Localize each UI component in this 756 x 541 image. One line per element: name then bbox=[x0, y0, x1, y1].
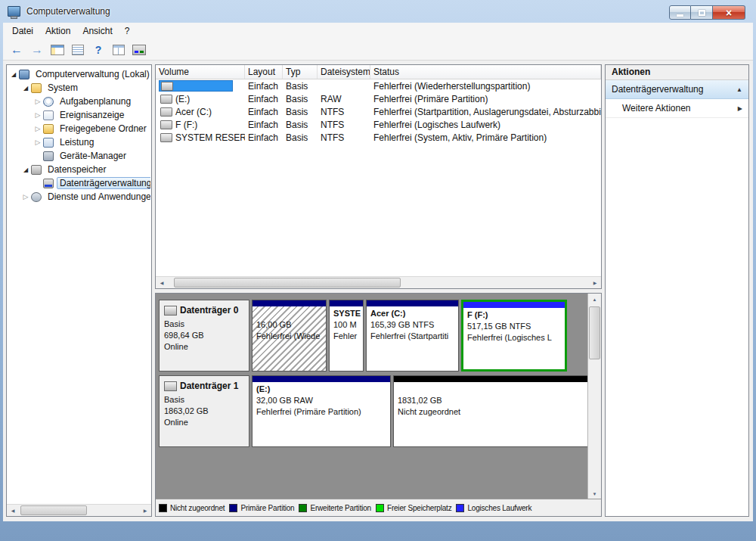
volume-horizontal-scrollbar[interactable]: ◀ ▶ bbox=[156, 276, 601, 288]
action-datentr-gerverwaltung[interactable]: Datenträgerverwaltung▲ bbox=[606, 80, 748, 99]
scroll-thumb[interactable] bbox=[20, 505, 87, 515]
tree-item-datenspeicher[interactable]: ◢Datenspeicher bbox=[8, 163, 150, 176]
scroll-down-icon[interactable]: ▼ bbox=[588, 488, 601, 499]
scroll-track[interactable] bbox=[19, 505, 139, 516]
tree-item-computerverwaltung-lokal[interactable]: ◢Computerverwaltung (Lokal) bbox=[8, 67, 150, 81]
tree-item-system[interactable]: ◢System bbox=[8, 81, 150, 95]
column-header-status[interactable]: Status bbox=[370, 65, 601, 79]
menu-item-item[interactable]: ? bbox=[119, 23, 136, 39]
menu-bar: DateiAktionAnsicht? bbox=[3, 23, 753, 40]
table-row[interactable]: EinfachBasisFehlerfrei (Wiederherstellun… bbox=[156, 79, 601, 92]
column-header-typ[interactable]: Typ bbox=[283, 65, 318, 79]
disk-info-datentr-ger-0[interactable]: Datenträger 0Basis698,64 GBOnline bbox=[159, 300, 249, 372]
toolbar-back-button[interactable]: ← bbox=[8, 42, 26, 58]
partition-title: (E:) bbox=[253, 382, 390, 395]
cell-volume: Acer (C:) bbox=[156, 106, 245, 117]
expand-icon[interactable]: ▷ bbox=[21, 193, 30, 201]
menu-item-ansicht[interactable]: Ansicht bbox=[76, 23, 118, 39]
legend-label: Nicht zugeordnet bbox=[170, 504, 225, 512]
menu-item-datei[interactable]: Datei bbox=[6, 23, 39, 39]
drive-icon bbox=[161, 82, 173, 91]
actions-header: Aktionen bbox=[606, 65, 748, 80]
minimize-button[interactable] bbox=[669, 5, 691, 20]
tree-item-label: Leistung bbox=[57, 135, 97, 149]
maximize-button[interactable] bbox=[691, 5, 713, 20]
column-header-dateisystem[interactable]: Dateisystem bbox=[318, 65, 370, 79]
tree-item-freigegebene-ordner[interactable]: ▷Freigegebene Ordner bbox=[8, 122, 150, 135]
action-label: Datenträgerverwaltung bbox=[612, 84, 736, 95]
partition-f-f[interactable]: F (F:)517,15 GB NTFSFehlerfrei (Logische… bbox=[461, 300, 567, 372]
toolbar: ←→? bbox=[3, 39, 753, 61]
legend-label: Erweiterte Partition bbox=[310, 504, 370, 512]
table-row[interactable]: Acer (C:)EinfachBasisNTFSFehlerfrei (Sta… bbox=[156, 105, 601, 118]
tree-horizontal-scrollbar[interactable]: ◀ ▶ bbox=[7, 504, 151, 516]
tree-item-ereignisanzeige[interactable]: ▷Ereignisanzeige bbox=[8, 108, 150, 122]
toolbar-views-button[interactable] bbox=[110, 42, 128, 58]
scroll-left-icon[interactable]: ◀ bbox=[156, 277, 168, 288]
table-row[interactable]: F (F:)EinfachBasisNTFSFehlerfrei (Logisc… bbox=[156, 118, 601, 131]
scroll-right-icon[interactable]: ▶ bbox=[589, 277, 601, 288]
toolbar-console-tree-button[interactable] bbox=[48, 42, 67, 58]
back-icon: ← bbox=[11, 44, 23, 56]
tree-item-label: Aufgabenplanung bbox=[57, 95, 134, 108]
scroll-track[interactable] bbox=[168, 277, 589, 288]
chevron-up-icon[interactable]: ▲ bbox=[736, 86, 742, 93]
scroll-right-icon[interactable]: ▶ bbox=[139, 505, 151, 516]
volume-cell bbox=[159, 80, 233, 92]
close-button[interactable]: × bbox=[713, 5, 745, 20]
tree-item-leistung[interactable]: ▷Leistung bbox=[8, 135, 150, 149]
partition-size: 16,00 GB bbox=[253, 319, 326, 331]
tree-item-ger-te-manager[interactable]: Geräte-Manager bbox=[8, 149, 150, 163]
volume-cell: (E:) bbox=[159, 93, 242, 104]
drive-icon bbox=[160, 133, 172, 142]
graphical-vertical-scrollbar[interactable]: ▲ ▼ bbox=[587, 294, 601, 499]
table-row[interactable]: SYSTEM RESERVEDEinfachBasisNTFSFehlerfre… bbox=[156, 131, 601, 144]
expand-icon[interactable]: ▷ bbox=[33, 138, 42, 146]
actions-body: Datenträgerverwaltung▲Weitere Aktionen▶ bbox=[606, 80, 748, 118]
console-tree-icon bbox=[51, 45, 64, 55]
partition-status: Fehlerfrei (Wiede bbox=[253, 331, 326, 342]
expand-icon[interactable]: ▷ bbox=[33, 111, 42, 119]
partition-syste[interactable]: SYSTE100 MFehler bbox=[329, 300, 364, 372]
title-bar[interactable]: Computerverwaltung × bbox=[0, 0, 756, 23]
performance-icon bbox=[43, 138, 54, 148]
computer-icon bbox=[19, 70, 29, 79]
disk-info-datentr-ger-1[interactable]: Datenträger 1Basis1863,02 GBOnline bbox=[159, 375, 249, 447]
scroll-track[interactable] bbox=[588, 305, 601, 488]
scroll-left-icon[interactable]: ◀ bbox=[7, 505, 19, 516]
partition-status: Fehlerfrei (Primäre Partition) bbox=[253, 406, 390, 418]
column-header-volume[interactable]: Volume bbox=[156, 65, 245, 79]
partition-acer-c[interactable]: Acer (C:)165,39 GB NTFSFehlerfrei (Start… bbox=[366, 300, 459, 372]
cell-typ: Basis bbox=[283, 81, 318, 92]
minimize-icon bbox=[677, 14, 683, 17]
partition-size: 100 M bbox=[330, 319, 363, 331]
collapse-icon[interactable]: ◢ bbox=[21, 166, 30, 173]
scroll-up-icon[interactable]: ▲ bbox=[588, 294, 601, 305]
chevron-right-icon[interactable]: ▶ bbox=[738, 105, 742, 112]
action-weitere-aktionen[interactable]: Weitere Aktionen▶ bbox=[606, 99, 748, 118]
toolbar-help-button[interactable]: ? bbox=[89, 42, 107, 58]
partition-e[interactable]: (E:)32,00 GB RAWFehlerfrei (Primäre Part… bbox=[252, 375, 391, 447]
expand-icon[interactable]: ▷ bbox=[33, 98, 42, 105]
menu-item-aktion[interactable]: Aktion bbox=[39, 23, 76, 39]
partition-fehlerfrei-wiede[interactable]: 16,00 GBFehlerfrei (Wiede bbox=[252, 300, 327, 372]
partition-color-strip bbox=[253, 376, 390, 382]
partition-nicht-zugeordnet[interactable]: 1831,02 GBNicht zugeordnet bbox=[393, 375, 587, 447]
tree-item-dienste-und-anwendungen[interactable]: ▷Dienste und Anwendungen bbox=[8, 190, 150, 204]
collapse-icon[interactable]: ◢ bbox=[21, 85, 30, 92]
scroll-thumb[interactable] bbox=[589, 306, 600, 359]
cell-volume bbox=[156, 80, 245, 92]
tree-item-label: Computerverwaltung (Lokal) bbox=[33, 67, 150, 81]
toolbar-forward-button[interactable]: → bbox=[28, 42, 46, 58]
scroll-thumb[interactable] bbox=[174, 278, 401, 288]
disk-icon bbox=[164, 381, 177, 391]
table-row[interactable]: (E:)EinfachBasisRAWFehlerfrei (Primäre P… bbox=[156, 92, 601, 105]
tree-item-datentr-gerverwaltung[interactable]: Datenträgerverwaltung bbox=[8, 176, 150, 190]
expand-icon[interactable]: ▷ bbox=[33, 125, 42, 132]
toolbar-disk-management-view-button[interactable] bbox=[130, 42, 148, 58]
tree-item-aufgabenplanung[interactable]: ▷Aufgabenplanung bbox=[8, 95, 150, 108]
collapse-icon[interactable]: ◢ bbox=[9, 71, 18, 78]
cell-layout: Einfach bbox=[245, 81, 283, 92]
column-header-layout[interactable]: Layout bbox=[245, 65, 283, 79]
toolbar-export-list-button[interactable] bbox=[69, 42, 87, 58]
